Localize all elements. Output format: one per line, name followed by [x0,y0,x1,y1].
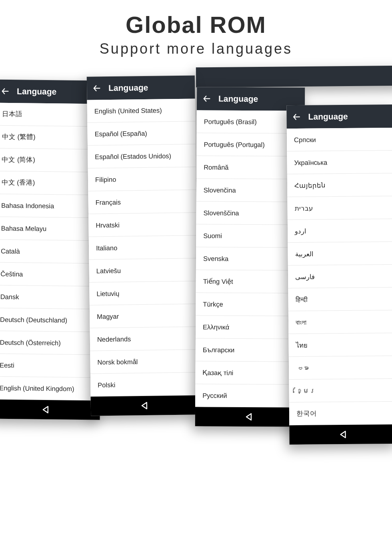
list-item[interactable]: العربية [288,242,392,265]
appbar-title: Language [108,83,148,93]
page-subtitle: Support more languages [0,40,392,57]
list-item[interactable]: فارسی [288,265,392,288]
list-item[interactable]: Հայերեն [287,173,392,197]
back-icon[interactable] [1,87,10,96]
list-item[interactable]: Bahasa Melayu [0,217,102,241]
list-item[interactable]: Български [196,338,304,362]
language-list: Српски Українська Հայերեն עברית اردو الع… [287,128,392,425]
list-item[interactable]: Deutsch (Österreich) [0,331,101,355]
list-item[interactable]: Lietuvių [89,281,198,305]
svg-marker-9 [340,431,345,438]
list-item[interactable]: Eesti [0,354,100,378]
appbar-title: Language [308,112,348,122]
list-item[interactable]: English (United States) [87,99,196,123]
nav-back-icon[interactable] [41,405,51,414]
list-item[interactable]: বাংলা [288,310,392,334]
list-item[interactable]: Latviešu [89,258,197,282]
list-item[interactable]: עברית [287,196,392,220]
list-item[interactable]: English (United Kingdom) [0,377,100,401]
svg-marker-5 [142,402,147,409]
list-item[interactable]: हिन्दी [288,288,392,311]
list-item[interactable]: ဗမာ [289,356,392,380]
list-item[interactable]: 한국어 [289,402,392,425]
back-icon[interactable] [202,94,211,103]
svg-marker-7 [246,414,251,420]
language-list: English (United States) Español (España)… [87,99,199,396]
list-item[interactable]: Українська [287,151,392,174]
phone-frame-4: Language Српски Українська Հայերեն עברית… [286,105,392,444]
list-item[interactable]: Italiano [89,235,197,259]
appbar-title: Language [17,86,56,97]
list-item[interactable]: Español (Estados Unidos) [88,144,196,168]
list-item[interactable]: Magyar [90,304,198,328]
search-bar [196,66,392,88]
list-item[interactable]: Nederlands [90,327,198,351]
list-item[interactable]: Polski [90,372,199,396]
soft-nav-bar [0,400,100,420]
nav-back-icon[interactable] [338,430,348,439]
list-item[interactable]: Türkçe [196,293,304,316]
list-item[interactable]: Norsk bokmål [90,350,198,374]
list-item[interactable]: 中文 (简体) [0,149,103,173]
list-item[interactable]: Čeština [0,263,102,287]
phone-frame-2: Language English (United States) Español… [87,75,199,416]
svg-marker-3 [43,406,48,413]
app-bar: Language [286,105,392,129]
list-item[interactable]: Ελληνικά [196,316,304,339]
list-item[interactable]: ไทย [288,333,392,357]
page-title: Global ROM [0,0,392,38]
list-item[interactable]: Français [88,190,196,214]
soft-nav-bar [195,407,303,426]
list-item[interactable]: Deutsch (Deutschland) [0,308,101,332]
nav-back-icon[interactable] [140,401,150,410]
list-item[interactable]: Русский [195,384,303,407]
back-icon[interactable] [92,84,101,92]
list-item[interactable]: Español (España) [87,121,196,145]
list-item[interactable]: ខ្មែរ [289,379,392,402]
list-item[interactable]: Dansk [0,286,101,310]
appbar-title: Language [218,94,258,104]
list-item[interactable]: Filipino [88,167,196,191]
list-item[interactable]: Català [0,240,102,264]
list-item[interactable]: اردو [288,219,392,243]
soft-nav-bar [91,395,199,416]
list-item[interactable]: Қазақ тілі [195,361,303,384]
list-item[interactable]: Hrvatski [88,213,197,237]
app-bar: Language [87,75,195,100]
soft-nav-bar [289,424,392,444]
list-item[interactable]: Bahasa Indonesia [0,194,102,218]
back-icon[interactable] [292,113,301,121]
list-item[interactable]: Српски [287,128,392,151]
list-item[interactable]: 中文 (香港) [0,171,102,195]
nav-back-icon[interactable] [244,412,254,422]
